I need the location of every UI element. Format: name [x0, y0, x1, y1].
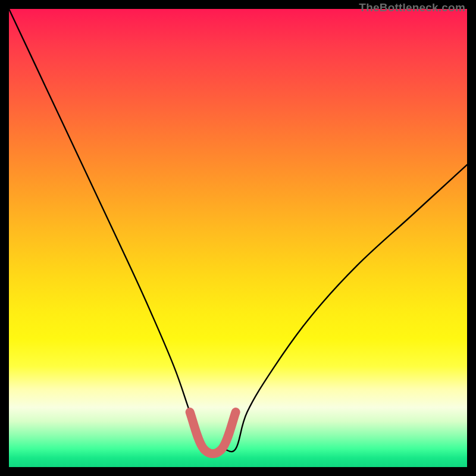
chart-frame: TheBottleneck.com — [0, 0, 476, 476]
chart-svg — [9, 9, 467, 467]
bottleneck-curve — [9, 9, 467, 452]
valley-highlight — [190, 412, 236, 454]
chart-plot-area — [9, 9, 467, 467]
